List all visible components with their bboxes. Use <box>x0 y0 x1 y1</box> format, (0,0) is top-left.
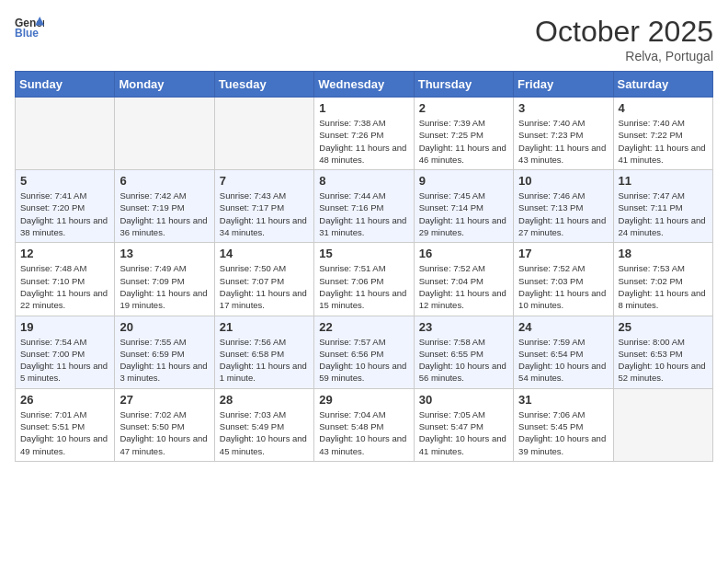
day-info: Sunrise: 7:52 AMSunset: 7:03 PMDaylight:… <box>518 262 608 311</box>
day-number: 21 <box>220 320 309 334</box>
calendar-cell: 2Sunrise: 7:39 AMSunset: 7:25 PMDaylight… <box>414 98 513 170</box>
svg-text:Blue: Blue <box>15 27 39 40</box>
day-number: 20 <box>119 320 209 334</box>
page-header: General Blue October 2025 Relva, Portuga… <box>15 15 713 63</box>
day-info: Sunrise: 7:55 AMSunset: 6:59 PMDaylight:… <box>119 336 209 385</box>
day-number: 4 <box>619 101 708 115</box>
month-title: October 2025 <box>535 15 713 49</box>
calendar-cell: 21Sunrise: 7:56 AMSunset: 6:58 PMDayligh… <box>214 316 313 388</box>
day-number: 11 <box>619 174 708 188</box>
location-subtitle: Relva, Portugal <box>535 49 713 63</box>
calendar-cell: 6Sunrise: 7:42 AMSunset: 7:19 PMDaylight… <box>115 170 214 243</box>
day-number: 29 <box>319 393 408 407</box>
weekday-header: Tuesday <box>214 72 313 98</box>
calendar-cell: 10Sunrise: 7:46 AMSunset: 7:13 PMDayligh… <box>514 170 613 243</box>
calendar-cell: 4Sunrise: 7:40 AMSunset: 7:22 PMDaylight… <box>613 98 712 170</box>
day-number: 12 <box>20 247 109 260</box>
day-info: Sunrise: 7:53 AMSunset: 7:02 PMDaylight:… <box>619 262 708 311</box>
day-number: 22 <box>319 320 408 334</box>
weekday-header: Monday <box>115 72 214 98</box>
calendar-cell: 27Sunrise: 7:02 AMSunset: 5:50 PMDayligh… <box>115 388 214 461</box>
day-info: Sunrise: 7:59 AMSunset: 6:54 PMDaylight:… <box>518 336 608 385</box>
day-number: 15 <box>319 247 408 260</box>
day-info: Sunrise: 7:41 AMSunset: 7:20 PMDaylight:… <box>20 190 109 238</box>
calendar-cell: 23Sunrise: 7:58 AMSunset: 6:55 PMDayligh… <box>414 316 513 388</box>
day-info: Sunrise: 7:06 AMSunset: 5:45 PMDaylight:… <box>518 408 608 457</box>
calendar-week-row: 26Sunrise: 7:01 AMSunset: 5:51 PMDayligh… <box>16 388 713 461</box>
weekday-header-row: SundayMondayTuesdayWednesdayThursdayFrid… <box>16 72 713 98</box>
logo-icon: General Blue <box>15 15 44 40</box>
weekday-header: Friday <box>514 72 613 98</box>
calendar-cell: 26Sunrise: 7:01 AMSunset: 5:51 PMDayligh… <box>16 388 115 461</box>
calendar-cell: 11Sunrise: 7:47 AMSunset: 7:11 PMDayligh… <box>613 170 712 243</box>
day-info: Sunrise: 7:48 AMSunset: 7:10 PMDaylight:… <box>20 262 109 311</box>
day-info: Sunrise: 7:47 AMSunset: 7:11 PMDaylight:… <box>619 190 708 238</box>
day-info: Sunrise: 8:00 AMSunset: 6:53 PMDaylight:… <box>619 336 708 385</box>
day-number: 9 <box>419 174 508 188</box>
calendar-cell: 9Sunrise: 7:45 AMSunset: 7:14 PMDaylight… <box>414 170 513 243</box>
day-info: Sunrise: 7:03 AMSunset: 5:49 PMDaylight:… <box>220 408 309 457</box>
calendar-cell: 19Sunrise: 7:54 AMSunset: 7:00 PMDayligh… <box>16 316 115 388</box>
calendar-cell: 18Sunrise: 7:53 AMSunset: 7:02 PMDayligh… <box>613 243 712 316</box>
calendar-table: SundayMondayTuesdayWednesdayThursdayFrid… <box>15 71 713 462</box>
day-number: 23 <box>419 320 508 334</box>
calendar-cell: 8Sunrise: 7:44 AMSunset: 7:16 PMDaylight… <box>314 170 414 243</box>
calendar-week-row: 1Sunrise: 7:38 AMSunset: 7:26 PMDaylight… <box>16 98 713 170</box>
day-number: 7 <box>220 174 309 188</box>
calendar-cell: 12Sunrise: 7:48 AMSunset: 7:10 PMDayligh… <box>16 243 115 316</box>
day-info: Sunrise: 7:01 AMSunset: 5:51 PMDaylight:… <box>20 408 109 457</box>
day-number: 3 <box>518 101 608 115</box>
day-info: Sunrise: 7:50 AMSunset: 7:07 PMDaylight:… <box>220 262 309 311</box>
calendar-cell: 13Sunrise: 7:49 AMSunset: 7:09 PMDayligh… <box>115 243 214 316</box>
day-number: 26 <box>20 393 109 407</box>
calendar-cell: 25Sunrise: 8:00 AMSunset: 6:53 PMDayligh… <box>613 316 712 388</box>
calendar-cell <box>214 98 313 170</box>
day-number: 13 <box>119 247 209 260</box>
day-info: Sunrise: 7:54 AMSunset: 7:00 PMDaylight:… <box>20 336 109 385</box>
day-info: Sunrise: 7:57 AMSunset: 6:56 PMDaylight:… <box>319 336 408 385</box>
day-info: Sunrise: 7:44 AMSunset: 7:16 PMDaylight:… <box>319 190 408 238</box>
weekday-header: Sunday <box>16 72 115 98</box>
day-number: 30 <box>419 393 508 407</box>
calendar-cell: 29Sunrise: 7:04 AMSunset: 5:48 PMDayligh… <box>314 388 414 461</box>
calendar-week-row: 12Sunrise: 7:48 AMSunset: 7:10 PMDayligh… <box>16 243 713 316</box>
calendar-cell: 22Sunrise: 7:57 AMSunset: 6:56 PMDayligh… <box>314 316 414 388</box>
day-info: Sunrise: 7:46 AMSunset: 7:13 PMDaylight:… <box>518 190 608 238</box>
day-number: 27 <box>119 393 209 407</box>
calendar-cell: 1Sunrise: 7:38 AMSunset: 7:26 PMDaylight… <box>314 98 414 170</box>
day-number: 25 <box>619 320 708 334</box>
weekday-header: Saturday <box>613 72 712 98</box>
calendar-week-row: 19Sunrise: 7:54 AMSunset: 7:00 PMDayligh… <box>16 316 713 388</box>
day-number: 24 <box>518 320 608 334</box>
day-info: Sunrise: 7:02 AMSunset: 5:50 PMDaylight:… <box>119 408 209 457</box>
day-info: Sunrise: 7:40 AMSunset: 7:23 PMDaylight:… <box>518 117 608 166</box>
day-info: Sunrise: 7:43 AMSunset: 7:17 PMDaylight:… <box>220 190 309 238</box>
day-info: Sunrise: 7:04 AMSunset: 5:48 PMDaylight:… <box>319 408 408 457</box>
day-info: Sunrise: 7:58 AMSunset: 6:55 PMDaylight:… <box>419 336 508 385</box>
calendar-cell: 3Sunrise: 7:40 AMSunset: 7:23 PMDaylight… <box>514 98 613 170</box>
day-number: 5 <box>20 174 109 188</box>
calendar-cell: 28Sunrise: 7:03 AMSunset: 5:49 PMDayligh… <box>214 388 313 461</box>
day-info: Sunrise: 7:56 AMSunset: 6:58 PMDaylight:… <box>220 336 309 385</box>
logo: General Blue <box>15 15 44 40</box>
day-info: Sunrise: 7:45 AMSunset: 7:14 PMDaylight:… <box>419 190 508 238</box>
day-info: Sunrise: 7:40 AMSunset: 7:22 PMDaylight:… <box>619 117 708 166</box>
day-info: Sunrise: 7:05 AMSunset: 5:47 PMDaylight:… <box>419 408 508 457</box>
day-number: 19 <box>20 320 109 334</box>
calendar-cell: 7Sunrise: 7:43 AMSunset: 7:17 PMDaylight… <box>214 170 313 243</box>
calendar-cell <box>613 388 712 461</box>
calendar-cell: 17Sunrise: 7:52 AMSunset: 7:03 PMDayligh… <box>514 243 613 316</box>
day-info: Sunrise: 7:51 AMSunset: 7:06 PMDaylight:… <box>319 262 408 311</box>
day-info: Sunrise: 7:49 AMSunset: 7:09 PMDaylight:… <box>119 262 209 311</box>
calendar-cell: 16Sunrise: 7:52 AMSunset: 7:04 PMDayligh… <box>414 243 513 316</box>
calendar-cell: 14Sunrise: 7:50 AMSunset: 7:07 PMDayligh… <box>214 243 313 316</box>
weekday-header: Thursday <box>414 72 513 98</box>
title-area: October 2025 Relva, Portugal <box>535 15 713 63</box>
calendar-cell: 31Sunrise: 7:06 AMSunset: 5:45 PMDayligh… <box>514 388 613 461</box>
day-info: Sunrise: 7:52 AMSunset: 7:04 PMDaylight:… <box>419 262 508 311</box>
day-number: 2 <box>419 101 508 115</box>
calendar-cell: 15Sunrise: 7:51 AMSunset: 7:06 PMDayligh… <box>314 243 414 316</box>
weekday-header: Wednesday <box>314 72 414 98</box>
day-number: 8 <box>319 174 408 188</box>
day-info: Sunrise: 7:42 AMSunset: 7:19 PMDaylight:… <box>119 190 209 238</box>
